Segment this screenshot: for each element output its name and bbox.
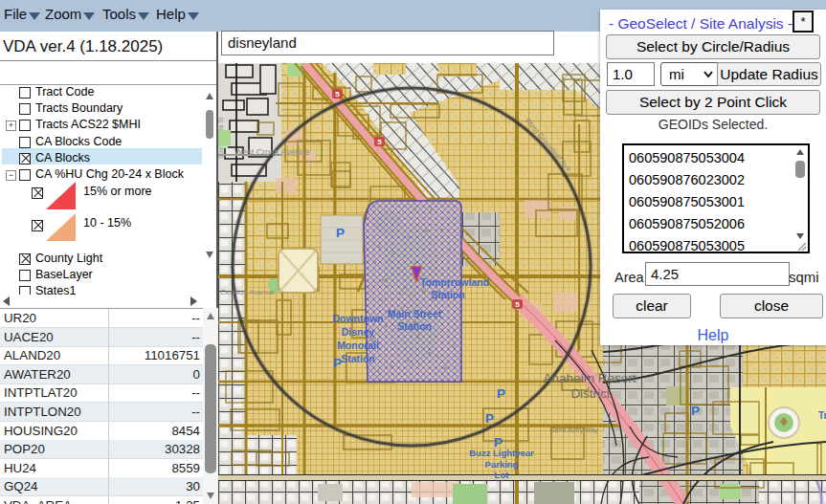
svg-text:5: 5 <box>515 300 520 309</box>
svg-text:Downtown: Downtown <box>332 313 383 324</box>
svg-text:5: 5 <box>335 90 340 99</box>
svg-text:Main Street: Main Street <box>388 308 442 319</box>
svg-text:Gene Autry Way: Gene Autry Way <box>549 427 598 434</box>
svg-text:Lot: Lot <box>495 470 510 480</box>
svg-text:Monorail: Monorail <box>337 340 379 351</box>
svg-text:Anaheim Resort: Anaheim Resort <box>544 371 636 385</box>
svg-text:Tra: Tra <box>818 410 826 421</box>
svg-text:Parking: Parking <box>485 459 519 470</box>
svg-text:5: 5 <box>377 138 382 146</box>
svg-text:Station: Station <box>341 353 375 364</box>
svg-text:P: P <box>691 404 700 418</box>
svg-text:Disney: Disney <box>342 326 375 338</box>
svg-text:P: P <box>333 356 342 370</box>
svg-text:Tomorrowland: Tomorrowland <box>420 276 489 288</box>
svg-text:P: P <box>336 226 345 240</box>
svg-text:Station: Station <box>431 289 465 300</box>
svg-text:West Cross Avenue: West Cross Avenue <box>234 147 310 157</box>
svg-text:P: P <box>494 435 502 449</box>
svg-text:P: P <box>497 386 505 401</box>
svg-text:Cerritos Avenue: Cerritos Avenue <box>220 288 275 296</box>
svg-text:Station: Station <box>397 320 432 332</box>
svg-text:District: District <box>570 386 610 401</box>
svg-text:P: P <box>485 411 494 426</box>
